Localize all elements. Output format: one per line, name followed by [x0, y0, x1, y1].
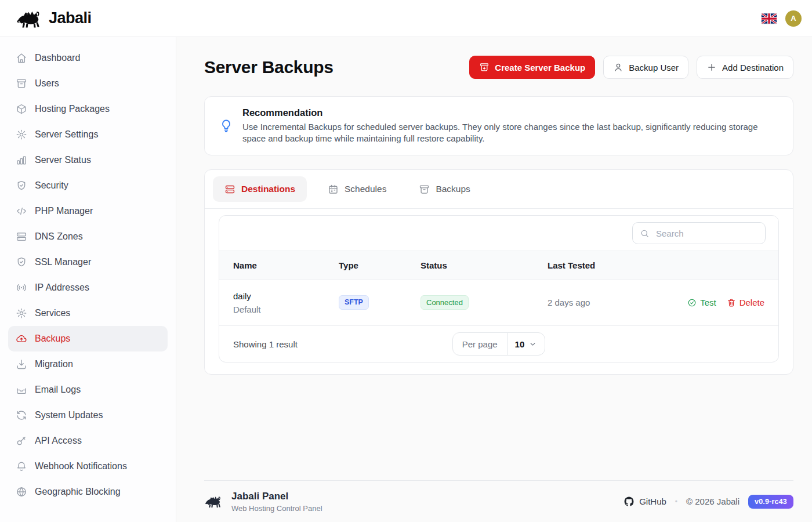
footer-brand-text: Jabali Panel Web Hosting Control Panel [231, 491, 322, 513]
recommendation-text: Recommendation Use Incremental Backups f… [242, 107, 764, 144]
button-label: Add Destination [722, 63, 784, 72]
search-row [219, 216, 778, 251]
recommendation-title: Recommendation [242, 107, 764, 118]
version-badge: v0.9-rc43 [748, 495, 793, 509]
shell: DashboardUsersHosting PackagesServer Set… [0, 37, 812, 522]
sidebar-item-migration[interactable]: Migration [0, 351, 176, 377]
sidebar-item-dns-zones[interactable]: DNS Zones [0, 224, 176, 249]
sidebar-item-backups[interactable]: Backups [8, 326, 168, 351]
per-page-select[interactable]: Per page 10 [452, 332, 546, 356]
sidebar-item-geographic-blocking[interactable]: Geographic Blocking [0, 479, 176, 505]
create-server-backup-button[interactable]: Create Server Backup [469, 56, 595, 79]
tab-schedules[interactable]: Schedules [316, 176, 398, 202]
brand[interactable]: Jabali [15, 9, 92, 28]
sidebar-item-webhook-notifications[interactable]: Webhook Notifications [0, 454, 176, 479]
column-header-name: Name [233, 260, 339, 270]
cell-actions: TestDelete [687, 298, 764, 307]
boar-logo-icon [204, 495, 223, 508]
calendar-icon [328, 184, 339, 195]
per-page-value[interactable]: 10 [507, 339, 545, 349]
search-icon [640, 229, 650, 238]
topbar-right: A [762, 10, 802, 27]
search-input[interactable] [655, 228, 758, 239]
sidebar-item-hosting-packages[interactable]: Hosting Packages [0, 96, 176, 122]
sidebar-item-label: Server Status [35, 155, 91, 165]
type-badge: SFTP [339, 295, 369, 310]
plus-icon [706, 62, 717, 72]
footer-links: GitHub • © 2026 Jabali v0.9-rc43 [624, 495, 793, 509]
sidebar-item-ip-addresses[interactable]: IP Addresses [0, 275, 176, 300]
footer-tagline: Web Hosting Control Panel [231, 504, 322, 513]
page-title: Server Backups [204, 57, 334, 77]
trash-icon [727, 298, 736, 307]
github-link[interactable]: GitHub [624, 496, 666, 507]
footer-brand-name: Jabali Panel [231, 491, 322, 502]
shield-icon [16, 180, 27, 191]
code-icon [16, 205, 27, 217]
sidebar-item-dashboard[interactable]: Dashboard [0, 45, 176, 71]
sidebar-item-api-access[interactable]: API Access [0, 428, 176, 454]
tab-backups[interactable]: Backups [407, 176, 481, 202]
app-root: Jabali A DashboardUsersHosting PackagesS… [0, 0, 812, 522]
column-header-type: Type [339, 260, 420, 270]
shield-icon [16, 256, 27, 268]
sidebar-item-email-logs[interactable]: Email Logs [0, 377, 176, 403]
header-actions: Create Server BackupBackup UserAdd Desti… [469, 56, 793, 79]
page-footer: Jabali Panel Web Hosting Control Panel G… [204, 480, 793, 522]
main-content: Server Backups Create Server BackupBacku… [176, 37, 812, 522]
globe-icon [16, 486, 27, 498]
recommendation-card: Recommendation Use Incremental Backups f… [204, 96, 793, 155]
uk-flag-icon[interactable] [762, 13, 777, 24]
tabs: DestinationsSchedulesBackups [205, 170, 793, 209]
gear-icon [16, 129, 27, 140]
avatar[interactable]: A [785, 10, 802, 27]
delete-button[interactable]: Delete [727, 298, 764, 307]
gear-icon [16, 307, 27, 319]
add-destination-button[interactable]: Add Destination [697, 56, 793, 79]
sidebar-item-label: DNS Zones [35, 231, 83, 242]
sidebar-item-server-settings[interactable]: Server Settings [0, 122, 176, 147]
action-label: Test [700, 298, 716, 307]
archive-icon [419, 184, 430, 195]
inbox-icon [16, 384, 27, 396]
sidebar-item-users[interactable]: Users [0, 71, 176, 96]
destinations-panel: NameTypeStatusLast Tested dailyDefaultSF… [219, 215, 779, 362]
tab-destinations[interactable]: Destinations [213, 176, 307, 202]
github-icon [624, 496, 635, 507]
sidebar-item-server-status[interactable]: Server Status [0, 147, 176, 173]
cell-status: Connected [420, 295, 548, 310]
table-header-row: NameTypeStatusLast Tested [219, 251, 778, 280]
status-badge: Connected [420, 295, 469, 310]
button-label: Backup User [629, 63, 679, 72]
table-footer: Showing 1 result Per page 10 [219, 326, 778, 362]
backups-card: DestinationsSchedulesBackups NameTypeSta… [204, 169, 793, 375]
tab-label: Schedules [345, 184, 386, 194]
sidebar-item-ssl-manager[interactable]: SSL Manager [0, 249, 176, 275]
server-icon [16, 231, 27, 242]
copyright: © 2026 Jabali [686, 496, 740, 506]
lightbulb-icon [219, 118, 234, 133]
sidebar-item-label: Migration [35, 359, 73, 369]
results-count: Showing 1 result [233, 339, 452, 349]
cloud-up-icon [16, 333, 27, 345]
broadcast-icon [16, 282, 27, 293]
test-button[interactable]: Test [687, 298, 716, 307]
download-icon [16, 358, 27, 370]
sidebar-item-security[interactable]: Security [0, 173, 176, 198]
sidebar-item-php-manager[interactable]: PHP Manager [0, 198, 176, 224]
sidebar-item-label: System Updates [35, 410, 103, 420]
sidebar: DashboardUsersHosting PackagesServer Set… [0, 37, 176, 522]
backup-user-button[interactable]: Backup User [603, 56, 688, 79]
chevron-down-icon [528, 340, 537, 349]
search-box[interactable] [632, 222, 766, 244]
sidebar-item-system-updates[interactable]: System Updates [0, 403, 176, 428]
brand-name: Jabali [49, 9, 92, 27]
sidebar-item-label: PHP Manager [35, 206, 93, 216]
sidebar-item-label: Services [35, 308, 70, 318]
destination-name: daily [233, 291, 339, 301]
sidebar-item-services[interactable]: Services [0, 300, 176, 326]
footer-brand-block: Jabali Panel Web Hosting Control Panel [204, 491, 322, 513]
sidebar-item-label: Email Logs [35, 385, 81, 395]
archive-icon [16, 78, 27, 89]
sidebar-item-label: SSL Manager [35, 257, 91, 267]
